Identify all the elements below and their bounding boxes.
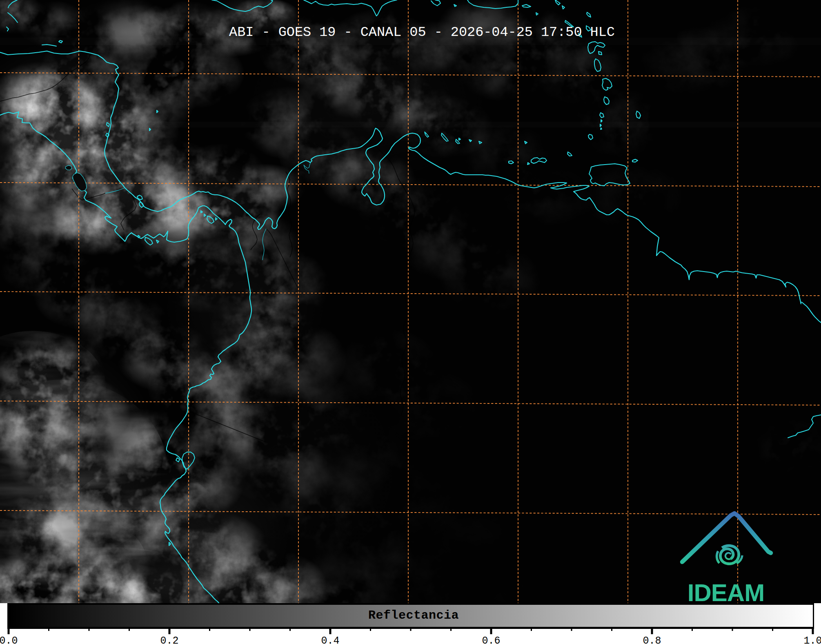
- svg-text:IDEAM: IDEAM: [688, 579, 764, 606]
